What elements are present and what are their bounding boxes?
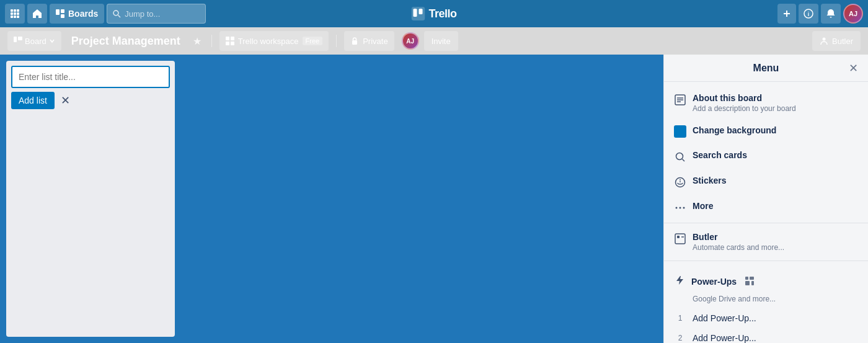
svg-rect-0 (11, 9, 13, 12)
about-content: About this board Add a description to yo… (693, 93, 858, 113)
stickers-icon (674, 176, 686, 189)
svg-line-34 (683, 159, 685, 162)
svg-rect-9 (56, 9, 60, 15)
workspace-button[interactable]: Trello workspace Free (219, 31, 329, 51)
svg-rect-11 (61, 14, 64, 18)
list-title-input[interactable] (11, 66, 170, 88)
top-nav: Boards Trello i (0, 0, 868, 27)
svg-rect-8 (17, 16, 19, 18)
butler-button[interactable]: Butler (812, 31, 861, 51)
menu-item-more[interactable]: More (664, 195, 868, 220)
power-ups-icon (674, 275, 685, 288)
invite-label: Invite (432, 37, 451, 46)
menu-item-search[interactable]: Search cards (664, 144, 868, 169)
search-container[interactable] (107, 4, 206, 24)
add-list-submit-button[interactable]: Add list (11, 92, 55, 109)
svg-rect-15 (413, 9, 417, 17)
butler-label: Butler (832, 37, 853, 46)
svg-rect-6 (11, 16, 13, 18)
butler-content: Butler Automate cards and more... (693, 232, 858, 252)
svg-rect-7 (14, 16, 16, 18)
grid-menu-button[interactable] (5, 4, 25, 24)
more-title: More (693, 201, 858, 211)
svg-point-40 (683, 207, 685, 209)
menu-close-button[interactable]: ✕ (846, 59, 861, 78)
svg-rect-47 (751, 281, 754, 285)
search-cards-icon (674, 151, 686, 163)
search-content: Search cards (693, 150, 858, 160)
board-title[interactable]: Project Management (66, 32, 185, 50)
butler-menu-icon (674, 233, 686, 245)
about-icon (674, 94, 686, 106)
svg-rect-1 (14, 9, 16, 12)
menu-title: Menu (753, 63, 779, 74)
svg-rect-5 (17, 12, 19, 15)
change-bg-icon (674, 125, 686, 138)
svg-rect-27 (352, 40, 357, 45)
boards-icon (56, 9, 64, 18)
avatar-initials: AJ (849, 10, 857, 17)
add-list-cancel-button[interactable]: ✕ (58, 92, 73, 109)
workspace-icon (226, 37, 234, 45)
svg-point-39 (680, 207, 681, 209)
more-content: More (693, 201, 858, 211)
search-input[interactable] (125, 9, 193, 19)
change-bg-content: Change background (693, 125, 858, 135)
add-button[interactable] (777, 4, 796, 24)
privacy-button[interactable]: Private (344, 31, 394, 51)
svg-rect-2 (17, 9, 19, 12)
svg-rect-23 (226, 37, 229, 40)
board-content: Add list ✕ Menu ✕ (0, 55, 868, 343)
boards-button[interactable]: Boards (50, 4, 104, 24)
svg-rect-3 (11, 12, 13, 15)
svg-rect-42 (677, 236, 680, 238)
trello-logo: Trello (411, 7, 456, 20)
svg-line-13 (118, 16, 121, 18)
stickers-content: Stickers (693, 176, 858, 185)
menu-item-change-bg[interactable]: Change background (664, 119, 868, 144)
svg-rect-24 (231, 37, 234, 40)
board-view-button[interactable]: Board (7, 31, 61, 51)
svg-point-12 (113, 11, 118, 16)
change-bg-title: Change background (693, 125, 858, 135)
stickers-title: Stickers (693, 176, 858, 185)
invite-button[interactable]: Invite (424, 31, 458, 51)
svg-point-28 (823, 38, 826, 41)
menu-items: About this board Add a description to yo… (664, 82, 868, 343)
user-avatar[interactable]: AJ (843, 4, 863, 24)
member-initials: AJ (406, 38, 414, 45)
add-power-up-label-2: Add Power-Up... (693, 333, 756, 343)
board-view-icon (14, 37, 22, 45)
search-title: Search cards (693, 150, 858, 160)
menu-item-butler[interactable]: Butler Automate cards and more... (664, 226, 868, 258)
add-power-up-2[interactable]: 2 Add Power-Up... (664, 328, 868, 343)
butler-menu-title: Butler (693, 232, 858, 242)
power-ups-title: Power-Ups (691, 277, 737, 287)
boards-label: Boards (68, 9, 98, 19)
add-power-up-1[interactable]: 1 Add Power-Up... (664, 308, 868, 328)
form-actions: Add list ✕ (11, 92, 170, 109)
add-list-label: Add list (19, 96, 47, 105)
about-title: About this board (693, 93, 858, 103)
logo-text: Trello (428, 7, 456, 20)
svg-rect-46 (745, 281, 750, 285)
more-icon (674, 202, 686, 214)
notifications-button[interactable] (821, 4, 841, 24)
member-avatar[interactable]: AJ (402, 32, 419, 50)
power-ups-section: Power-Ups Google Drive and more... 1 Add… (664, 264, 868, 343)
lock-icon (350, 37, 359, 45)
star-button[interactable]: ★ (190, 33, 204, 50)
menu-item-about[interactable]: About this board Add a description to yo… (664, 87, 868, 119)
menu-item-stickers[interactable]: Stickers (664, 169, 868, 195)
home-button[interactable] (27, 4, 47, 24)
workspace-name: Trello workspace (238, 37, 299, 46)
trello-logo-icon (411, 7, 425, 20)
butler-icon (820, 37, 828, 45)
info-button[interactable]: i (799, 4, 818, 24)
board-header: Board Project Management ★ Trello worksp… (0, 27, 868, 55)
search-icon (112, 9, 121, 18)
home-icon (32, 9, 42, 19)
svg-rect-26 (231, 42, 234, 45)
header-right: Butler (812, 31, 861, 51)
nav-right: i AJ (777, 4, 863, 24)
